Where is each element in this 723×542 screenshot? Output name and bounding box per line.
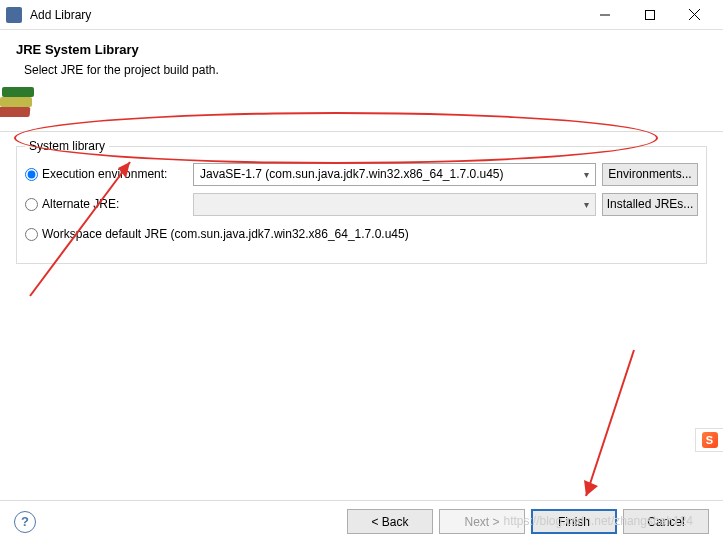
execution-env-combo[interactable]: JavaSE-1.7 (com.sun.java.jdk7.win32.x86_… bbox=[193, 163, 596, 186]
window-title: Add Library bbox=[30, 8, 582, 22]
dialog-footer: ? < Back Next > Finish Cancel bbox=[0, 500, 723, 542]
execution-env-radio-label[interactable]: Execution environment: bbox=[25, 167, 187, 181]
back-button[interactable]: < Back bbox=[347, 509, 433, 534]
library-icon bbox=[0, 87, 38, 127]
alternate-jre-combo: ▾ bbox=[193, 193, 596, 216]
content-area: System library Execution environment: Ja… bbox=[0, 132, 723, 264]
cancel-button[interactable]: Cancel bbox=[623, 509, 709, 534]
chevron-down-icon: ▾ bbox=[584, 199, 589, 210]
help-button[interactable]: ? bbox=[14, 511, 36, 533]
page-title: JRE System Library bbox=[16, 42, 707, 57]
execution-env-value: JavaSE-1.7 (com.sun.java.jdk7.win32.x86_… bbox=[200, 167, 504, 181]
next-button: Next > bbox=[439, 509, 525, 534]
installed-jres-button[interactable]: Installed JREs... bbox=[602, 193, 698, 216]
execution-env-radio[interactable] bbox=[25, 168, 38, 181]
workspace-default-radio-label[interactable]: Workspace default JRE (com.sun.java.jdk7… bbox=[25, 227, 409, 241]
alternate-jre-radio[interactable] bbox=[25, 198, 38, 211]
execution-env-text: Execution environment: bbox=[42, 167, 167, 181]
dialog-header: JRE System Library Select JRE for the pr… bbox=[0, 30, 723, 132]
svg-marker-7 bbox=[584, 480, 598, 496]
finish-button[interactable]: Finish bbox=[531, 509, 617, 534]
workspace-default-radio[interactable] bbox=[25, 228, 38, 241]
alternate-jre-text: Alternate JRE: bbox=[42, 197, 119, 211]
svg-line-6 bbox=[586, 350, 634, 496]
workspace-default-row: Workspace default JRE (com.sun.java.jdk7… bbox=[25, 221, 698, 247]
group-label: System library bbox=[25, 139, 109, 153]
app-icon bbox=[6, 7, 22, 23]
alternate-jre-row: Alternate JRE: ▾ Installed JREs... bbox=[25, 191, 698, 217]
close-button[interactable] bbox=[672, 1, 717, 29]
titlebar: Add Library bbox=[0, 0, 723, 30]
environments-button[interactable]: Environments... bbox=[602, 163, 698, 186]
page-subtitle: Select JRE for the project build path. bbox=[16, 63, 707, 77]
svg-rect-1 bbox=[645, 10, 654, 19]
minimize-button[interactable] bbox=[582, 1, 627, 29]
alternate-jre-radio-label[interactable]: Alternate JRE: bbox=[25, 197, 187, 211]
workspace-default-text: Workspace default JRE (com.sun.java.jdk7… bbox=[42, 227, 409, 241]
sogou-icon: S bbox=[702, 432, 718, 448]
system-library-group: System library Execution environment: Ja… bbox=[16, 146, 707, 264]
chevron-down-icon: ▾ bbox=[584, 169, 589, 180]
maximize-button[interactable] bbox=[627, 1, 672, 29]
ime-indicator[interactable]: S bbox=[695, 428, 723, 452]
execution-env-row: Execution environment: JavaSE-1.7 (com.s… bbox=[25, 161, 698, 187]
